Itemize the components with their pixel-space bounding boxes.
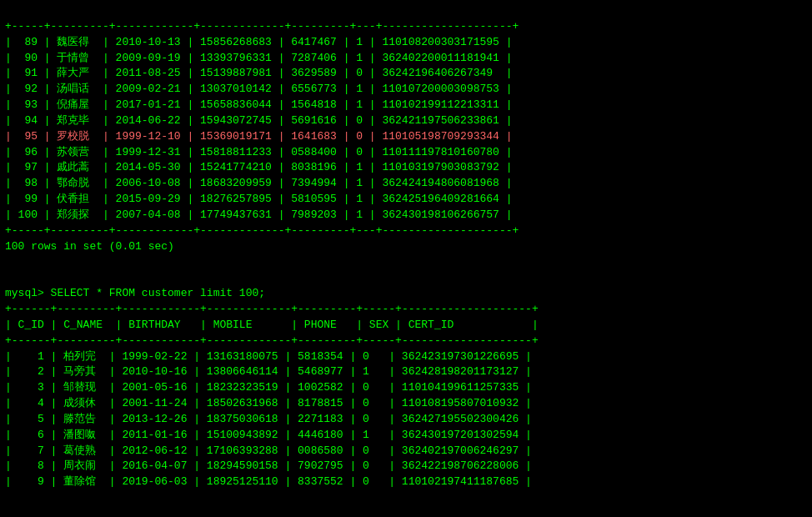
row-98: | 98 | 鄂命脱 | 2006-10-08 | 18683209959 | … bbox=[5, 177, 513, 189]
row-91: | 91 | 薛大严 | 2011-08-25 | 15139887981 | … bbox=[5, 67, 513, 79]
customer-row-4: | 4 | 成须休 | 2001-11-24 | 18502631968 | 8… bbox=[5, 397, 532, 409]
table-separator-top: +------+---------+------------+---------… bbox=[5, 303, 539, 315]
customer-row-8: | 8 | 周衣闹 | 2016-04-07 | 18294590158 | 7… bbox=[5, 459, 532, 472]
customer-row-6: | 6 | 潘图呶 | 2011-01-16 | 15100943892 | 4… bbox=[5, 429, 532, 441]
mysql-command: mysql> SELECT * FROM customer limit 100; bbox=[5, 287, 265, 299]
top-table-separator: +-----+---------+------------+----------… bbox=[5, 20, 519, 33]
terminal-output: +-----+---------+------------+----------… bbox=[0, 0, 812, 494]
row-92: | 92 | 汤唱话 | 2009-02-21 | 13037010142 | … bbox=[5, 83, 513, 95]
table-separator-header: +------+---------+------------+---------… bbox=[5, 334, 539, 347]
row-94: | 94 | 郑克毕 | 2014-06-22 | 15943072745 | … bbox=[5, 114, 513, 127]
row-99: | 99 | 伏香担 | 2015-09-29 | 18276257895 | … bbox=[5, 193, 513, 205]
row-97: | 97 | 戚此蒿 | 2014-05-30 | 15241774210 | … bbox=[5, 161, 513, 173]
blank-line bbox=[5, 271, 12, 284]
customer-row-7: | 7 | 葛使熟 | 2012-06-12 | 17106393288 | 0… bbox=[5, 444, 532, 457]
row-89: | 89 | 魏医得 | 2010-10-13 | 15856268683 | … bbox=[5, 36, 513, 48]
customer-row-5: | 5 | 滕范告 | 2013-12-26 | 18375030618 | 2… bbox=[5, 413, 532, 425]
row-96: | 96 | 苏领营 | 1999-12-31 | 15818811233 | … bbox=[5, 146, 513, 158]
table-header: | C_ID | C_NAME | BIRTHDAY | MOBILE | PH… bbox=[5, 319, 539, 331]
row-90: | 90 | 于情曾 | 2009-09-19 | 13393796331 | … bbox=[5, 52, 513, 64]
customer-row-2: | 2 | 马旁其 | 2010-10-16 | 13806646114 | 5… bbox=[5, 365, 532, 378]
row-93: | 93 | 倪痛屋 | 2017-01-21 | 15658836044 | … bbox=[5, 98, 513, 111]
row-95: | 95 | 罗校脱 | 1999-12-10 | 15369019171 | … bbox=[5, 130, 513, 143]
row-100: | 100 | 郑须探 | 2007-04-08 | 17749437631 |… bbox=[5, 208, 513, 221]
customer-row-9: | 9 | 董除馆 | 2019-06-03 | 18925125110 | 8… bbox=[5, 475, 532, 488]
customer-row-1: | 1 | 柏列完 | 1999-02-22 | 13163180075 | 5… bbox=[5, 350, 532, 363]
bottom-separator-1: +-----+---------+------------+----------… bbox=[5, 224, 519, 237]
row-count: 100 rows in set (0.01 sec) bbox=[5, 240, 174, 253]
customer-row-3: | 3 | 邹替现 | 2001-05-16 | 18232323519 | 1… bbox=[5, 381, 532, 394]
